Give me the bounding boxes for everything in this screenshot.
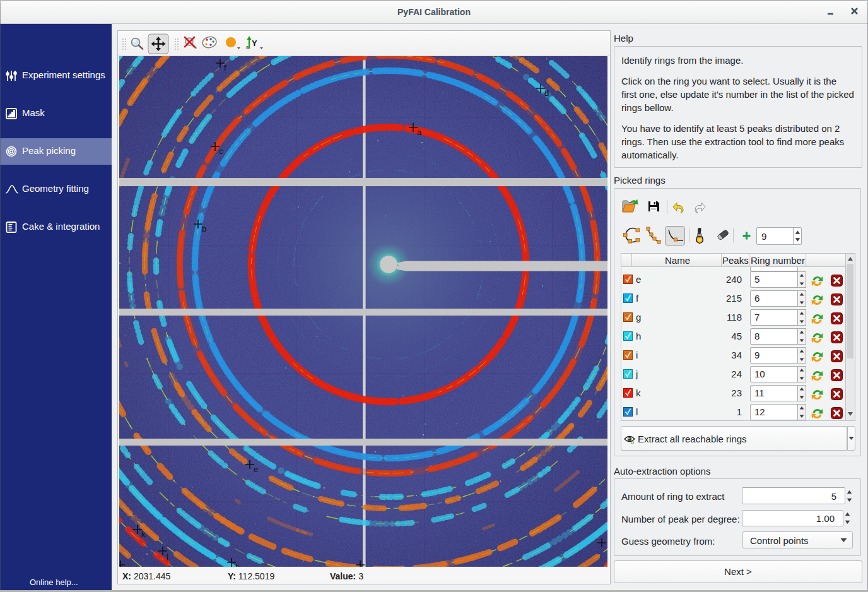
svg-text:c: c	[219, 146, 223, 156]
svg-text:b: b	[202, 224, 206, 234]
svg-text:h: h	[235, 562, 240, 567]
svg-text:d: d	[544, 88, 549, 98]
svg-text:a: a	[246, 45, 249, 49]
svg-text:a: a	[417, 127, 422, 137]
svg-text:k: k	[141, 530, 146, 539]
svg-text:e: e	[254, 465, 258, 474]
svg-text:Y: Y	[252, 38, 257, 48]
svg-text:j: j	[166, 551, 168, 560]
svg-text:f: f	[224, 63, 226, 73]
